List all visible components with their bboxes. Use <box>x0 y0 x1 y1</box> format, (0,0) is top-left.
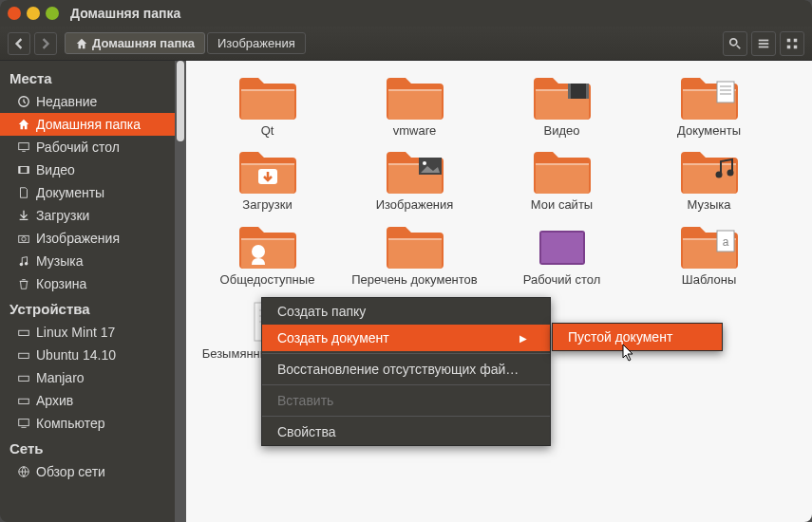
item-label: Рабочий стол <box>523 272 601 288</box>
sidebar-item-mint[interactable]: Linux Mint 17 <box>0 321 175 344</box>
video-icon <box>17 163 30 177</box>
item-icon <box>237 225 298 270</box>
svg-rect-21 <box>19 376 29 381</box>
view-grid-button[interactable] <box>780 31 804 56</box>
svg-point-17 <box>20 263 24 267</box>
file-item[interactable]: Перечень документов <box>341 221 488 295</box>
item-label: Мои сайты <box>531 197 593 213</box>
item-icon: a <box>679 225 740 270</box>
search-button[interactable] <box>723 31 747 56</box>
svg-rect-6 <box>794 38 798 42</box>
context-menu: Создать папку Создать документ▶ Восстано… <box>261 297 551 446</box>
ctx-create-document[interactable]: Создать документ▶ <box>262 325 550 351</box>
item-label: vmware <box>393 123 437 139</box>
svg-rect-13 <box>19 167 21 174</box>
sidebar-item-archive[interactable]: Архив <box>0 389 175 412</box>
item-label: Изображения <box>376 197 454 213</box>
file-item[interactable]: vmware <box>341 72 488 146</box>
item-icon <box>532 150 593 196</box>
sidebar-item-downloads[interactable]: Загрузки <box>0 204 175 227</box>
sidebar-item-trash[interactable]: Корзина <box>0 272 175 295</box>
view-list-button[interactable] <box>751 31 776 56</box>
svg-rect-40 <box>541 233 583 263</box>
menu-separator <box>262 353 550 354</box>
drive-icon <box>17 348 30 362</box>
svg-point-18 <box>25 262 28 266</box>
context-submenu: Пустой документ <box>552 323 723 351</box>
drive-icon <box>17 371 30 384</box>
list-icon <box>757 37 770 50</box>
item-icon <box>237 150 298 196</box>
svg-rect-7 <box>787 45 791 48</box>
sidebar-item-ubuntu[interactable]: Ubuntu 14.10 <box>0 344 175 366</box>
sidebar-scrollbar[interactable] <box>175 61 186 522</box>
svg-point-36 <box>715 172 722 178</box>
svg-rect-22 <box>19 399 29 403</box>
file-view[interactable]: QtvmwareВидеоДокументыЗагрузкиИзображени… <box>186 61 812 522</box>
item-icon <box>237 76 298 121</box>
chevron-right-icon: ▶ <box>519 333 527 344</box>
sidebar-item-computer[interactable]: Компьютер <box>0 412 175 435</box>
menu-separator <box>262 384 550 385</box>
file-item[interactable]: Рабочий стол <box>488 221 635 295</box>
sidebar-item-recent[interactable]: Недавние <box>0 90 175 113</box>
window-maximize-button[interactable] <box>46 7 59 20</box>
file-item[interactable]: aШаблоны <box>635 221 783 295</box>
window-title: Домашняя папка <box>70 6 180 21</box>
sidebar-section-devices: Устройства <box>0 295 175 321</box>
menu-separator <box>262 416 550 417</box>
svg-rect-5 <box>787 38 791 42</box>
drive-icon <box>17 326 30 339</box>
camera-icon <box>17 232 30 245</box>
sidebar-item-manjaro[interactable]: Manjaro <box>0 366 175 389</box>
sidebar: Места Недавние Домашняя папка Рабочий ст… <box>0 61 175 522</box>
ctx-empty-document[interactable]: Пустой документ <box>553 324 722 350</box>
svg-point-16 <box>22 237 26 241</box>
file-item[interactable]: Видео <box>488 72 635 146</box>
ctx-create-folder[interactable]: Создать папку <box>262 298 550 325</box>
network-icon <box>17 465 30 478</box>
sidebar-item-network[interactable]: Обзор сети <box>0 460 175 483</box>
path-segment-home[interactable]: Домашняя папка <box>65 32 205 54</box>
file-item[interactable]: Мои сайты <box>488 146 635 220</box>
trash-icon <box>17 277 30 290</box>
nav-forward-button[interactable] <box>34 32 57 55</box>
item-label: Шаблоны <box>682 272 737 288</box>
svg-rect-2 <box>759 39 769 41</box>
item-icon <box>385 225 445 270</box>
svg-rect-29 <box>717 82 734 103</box>
window-minimize-button[interactable] <box>27 7 40 20</box>
sidebar-item-music[interactable]: Музыка <box>0 250 175 272</box>
scrollbar-thumb[interactable] <box>177 61 184 141</box>
svg-rect-23 <box>19 419 29 426</box>
item-icon <box>679 76 740 121</box>
file-item[interactable]: Общедоступные <box>194 221 341 295</box>
file-item[interactable]: Qt <box>194 72 341 146</box>
ctx-restore-missing[interactable]: Восстановление отсутствующих фай… <box>262 356 550 382</box>
svg-rect-26 <box>568 84 589 99</box>
sidebar-item-desktop[interactable]: Рабочий стол <box>0 136 175 158</box>
file-item[interactable]: Изображения <box>341 146 488 220</box>
sidebar-section-network: Сеть <box>0 435 175 460</box>
file-item[interactable]: Музыка <box>635 146 783 220</box>
sidebar-item-videos[interactable]: Видео <box>0 158 175 181</box>
file-item[interactable]: Загрузки <box>194 146 341 220</box>
window-close-button[interactable] <box>8 7 21 20</box>
sidebar-item-documents[interactable]: Документы <box>0 181 175 204</box>
item-label: Видео <box>544 123 580 139</box>
cursor-icon <box>622 344 635 363</box>
item-icon <box>385 150 445 196</box>
svg-rect-8 <box>794 45 798 48</box>
nav-back-button[interactable] <box>8 32 30 55</box>
sidebar-item-home[interactable]: Домашняя папка <box>0 113 175 136</box>
item-label: Загрузки <box>242 197 292 213</box>
file-item[interactable]: Документы <box>635 72 783 146</box>
ctx-paste: Вставить <box>262 387 550 414</box>
item-label: Музыка <box>688 197 731 213</box>
sidebar-item-images[interactable]: Изображения <box>0 227 175 250</box>
home-icon <box>17 118 30 131</box>
ctx-properties[interactable]: Свойства <box>262 419 550 445</box>
svg-point-35 <box>423 161 426 165</box>
path-segment-images[interactable]: Изображения <box>207 32 306 54</box>
item-label: Документы <box>677 123 741 139</box>
